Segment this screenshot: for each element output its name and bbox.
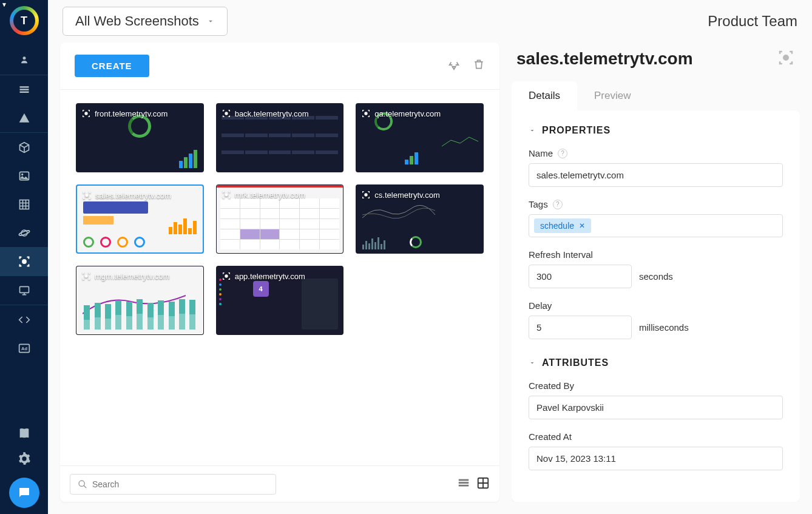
capture-icon (361, 109, 371, 118)
capture-icon (222, 190, 231, 200)
app-logo[interactable]: T (10, 6, 39, 35)
recycle-icon[interactable] (447, 58, 461, 74)
logo-letter: T (13, 10, 35, 32)
nav-cube-icon[interactable] (0, 133, 48, 161)
svg-rect-3 (19, 91, 29, 93)
screenshot-thumb-selected[interactable]: sales.telemetrytv.com (76, 184, 204, 254)
team-name: Product Team (708, 13, 797, 30)
svg-point-13 (85, 112, 87, 115)
nav-settings-icon[interactable] (9, 452, 39, 465)
tag-chip: schedule ✕ (534, 218, 591, 233)
createdat-label: Created At (529, 431, 572, 442)
sidebar: ▼ T Ad (0, 0, 48, 514)
thumb-label: back.telemetrytv.com (235, 109, 309, 118)
svg-rect-10 (19, 286, 29, 293)
help-icon[interactable]: ? (553, 200, 563, 209)
screenshot-thumb[interactable]: qa.telemetrytv.com (356, 103, 484, 172)
nav-ad-icon[interactable]: Ad (0, 334, 48, 362)
create-button[interactable]: CREATE (75, 55, 149, 77)
thumb-label: mrk.telemetrytv.com (235, 191, 305, 200)
svg-point-26 (783, 55, 788, 60)
sidebar-collapse-icon[interactable]: ▼ (0, 0, 8, 9)
list-view-icon[interactable] (457, 476, 470, 492)
svg-rect-22 (459, 479, 469, 481)
refresh-label: Refresh Interval (529, 249, 593, 260)
search-box[interactable] (70, 474, 276, 495)
thumb-label: cs.telemetrytv.com (374, 191, 439, 200)
capture-icon (82, 191, 92, 200)
capture-icon (222, 109, 231, 118)
thumbnail-grid: front.telemetrytv.com back.telemetrytv.c… (76, 103, 484, 335)
svg-point-14 (225, 112, 228, 115)
nav-planet-icon[interactable] (0, 218, 48, 247)
name-input[interactable] (529, 163, 783, 187)
svg-point-19 (85, 275, 87, 277)
collection-dropdown[interactable]: All Web Screenshots (63, 7, 228, 36)
details-title: sales.telemetrytv.com (516, 49, 693, 69)
nav-user-icon[interactable] (0, 46, 48, 75)
chevron-down-icon (529, 127, 536, 134)
nav-capture-icon[interactable] (0, 247, 48, 276)
topbar: All Web Screenshots Product Team (48, 0, 812, 42)
refresh-input[interactable] (529, 265, 632, 288)
delay-label: Delay (529, 300, 552, 311)
svg-point-8 (18, 229, 30, 236)
screenshot-thumb[interactable]: mrk.telemetrytv.com (216, 184, 344, 254)
name-label: Name (529, 148, 553, 158)
svg-rect-24 (459, 484, 469, 486)
capture-icon (81, 109, 91, 118)
svg-rect-23 (459, 482, 469, 484)
details-capture-icon[interactable] (777, 49, 795, 69)
tab-preview[interactable]: Preview (577, 81, 648, 110)
dropdown-label: All Web Screenshots (75, 13, 199, 29)
nav-alert-icon[interactable] (0, 104, 48, 132)
list-panel: CREATE front.telemetrytv.com (60, 42, 499, 502)
nav-monitor-icon[interactable] (0, 276, 48, 305)
svg-point-16 (86, 194, 88, 197)
screenshot-thumb[interactable]: mgm.telemetrytv.com (76, 266, 204, 335)
svg-point-21 (79, 481, 84, 486)
svg-point-17 (225, 194, 228, 196)
tag-remove-icon[interactable]: ✕ (579, 221, 585, 230)
tabs: Details Preview (512, 81, 800, 110)
thumb-label: app.telemetrytv.com (235, 272, 305, 281)
chevron-down-icon (206, 17, 215, 25)
nav-image-icon[interactable] (0, 161, 48, 190)
tags-input[interactable]: schedule ✕ (529, 214, 783, 237)
capture-icon (81, 271, 91, 281)
help-icon[interactable]: ? (558, 149, 567, 158)
svg-rect-6 (19, 200, 29, 209)
delay-input[interactable] (529, 316, 632, 339)
svg-point-5 (21, 173, 23, 175)
trash-icon[interactable] (473, 58, 485, 74)
section-properties[interactable]: PROPERTIES (529, 125, 783, 136)
tab-details[interactable]: Details (512, 81, 577, 110)
main-area: All Web Screenshots Product Team CREATE (48, 0, 812, 514)
nav-code-icon[interactable] (0, 305, 48, 334)
svg-point-9 (22, 260, 26, 263)
thumb-label: qa.telemetrytv.com (374, 109, 441, 118)
screenshot-thumb[interactable]: 4 app.telemetrytv.com (216, 266, 344, 335)
screenshot-thumb[interactable]: front.telemetrytv.com (76, 103, 204, 172)
grid-view-icon[interactable] (476, 476, 490, 492)
svg-point-20 (225, 275, 228, 277)
svg-point-15 (365, 112, 367, 115)
createdat-value: Nov 15, 2023 13:11 (529, 447, 783, 470)
search-icon (78, 479, 87, 489)
svg-text:Ad: Ad (21, 346, 27, 351)
capture-icon (222, 271, 231, 281)
createdby-label: Created By (529, 380, 574, 391)
list-header: CREATE (60, 42, 499, 90)
thumb-label: sales.telemetrytv.com (95, 191, 171, 200)
chat-support-icon[interactable] (9, 478, 39, 508)
screenshot-thumb[interactable]: cs.telemetrytv.com (356, 184, 484, 254)
refresh-unit: seconds (639, 271, 673, 282)
section-attributes[interactable]: ATTRIBUTES (529, 357, 783, 368)
chevron-down-icon (529, 359, 536, 367)
search-input[interactable] (92, 479, 268, 489)
nav-docs-icon[interactable] (9, 427, 39, 440)
svg-point-0 (22, 56, 25, 59)
screenshot-thumb[interactable]: back.telemetrytv.com (216, 103, 344, 172)
nav-grid-icon[interactable] (0, 190, 48, 218)
nav-list-icon[interactable] (0, 75, 48, 104)
